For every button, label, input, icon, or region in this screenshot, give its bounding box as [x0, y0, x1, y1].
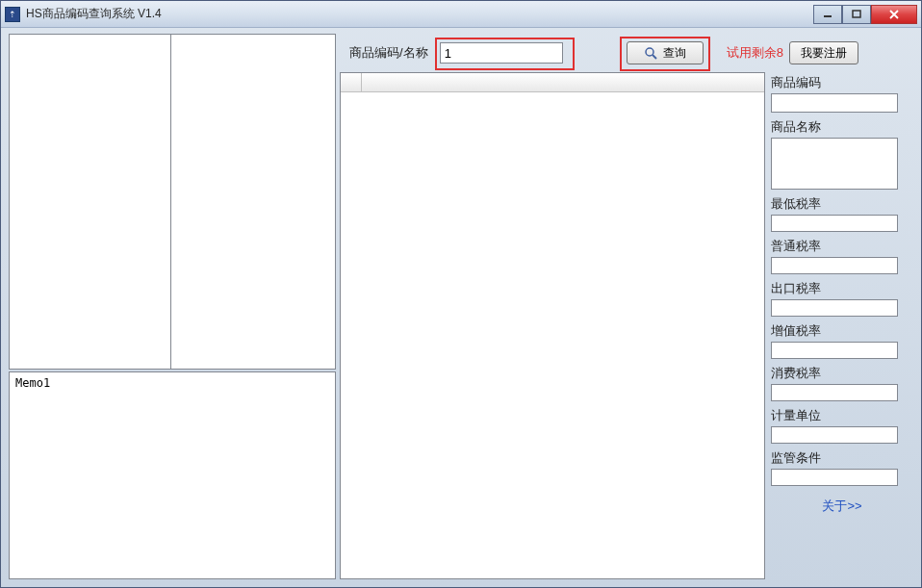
input-normal-tax[interactable] [771, 257, 898, 274]
app-window: ⇡ HS商品编码查询系统 V1.4 Memo1 商 [0, 0, 922, 588]
grid-header [341, 73, 764, 92]
grid-header-col1[interactable] [362, 73, 764, 91]
search-input-wrap [436, 38, 567, 67]
input-unit[interactable] [771, 426, 898, 444]
input-product-code[interactable] [771, 93, 898, 113]
query-button-wrap: 查询 [621, 38, 709, 68]
content-row: 商品编码 商品名称 最低税率 普通税率 [340, 72, 913, 579]
titlebar[interactable]: ⇡ HS商品编码查询系统 V1.4 [1, 1, 921, 28]
search-icon [644, 46, 657, 60]
input-vat[interactable] [771, 342, 898, 359]
query-button-label: 查询 [663, 45, 686, 62]
query-button[interactable]: 查询 [627, 41, 704, 64]
field-export-tax: 出口税率 [771, 280, 913, 317]
memo-text: Memo1 [15, 376, 50, 390]
minimize-button[interactable] [813, 5, 842, 24]
input-supervision[interactable] [771, 469, 898, 486]
search-input[interactable] [440, 42, 563, 64]
tree-panel-2[interactable] [170, 34, 336, 370]
detail-panel: 商品编码 商品名称 最低税率 普通税率 [771, 72, 913, 579]
grid-header-rowselector[interactable] [341, 73, 362, 91]
input-export-tax[interactable] [771, 299, 898, 317]
svg-rect-1 [853, 11, 860, 17]
trial-remaining-text: 试用剩余8 [727, 44, 783, 62]
search-row: 商品编码/名称 查询 试用剩余8 我要注册 [340, 34, 913, 72]
field-vat: 增值税率 [771, 322, 913, 359]
svg-rect-0 [824, 15, 832, 17]
field-unit: 计量单位 [771, 407, 913, 444]
svg-line-3 [653, 55, 656, 59]
tree-panel-1[interactable] [9, 34, 170, 370]
memo-panel[interactable]: Memo1 [9, 371, 336, 579]
results-grid[interactable] [340, 72, 765, 579]
input-consumption-tax[interactable] [771, 384, 898, 401]
input-min-tax[interactable] [771, 215, 898, 232]
field-min-tax: 最低税率 [771, 195, 913, 232]
field-supervision: 监管条件 [771, 449, 913, 486]
app-icon: ⇡ [5, 7, 20, 22]
maximize-button[interactable] [842, 5, 871, 24]
field-consumption-tax: 消费税率 [771, 365, 913, 401]
close-button[interactable] [871, 5, 917, 24]
window-controls [813, 5, 917, 24]
search-label: 商品编码/名称 [349, 44, 428, 62]
client-area: Memo1 商品编码/名称 查询 [1, 28, 921, 587]
left-column: Memo1 [9, 34, 336, 579]
field-product-name: 商品名称 [771, 118, 913, 190]
register-button[interactable]: 我要注册 [789, 41, 858, 64]
input-product-name[interactable] [771, 138, 898, 190]
field-normal-tax: 普通税率 [771, 238, 913, 274]
about-link[interactable]: 关于>> [771, 498, 913, 515]
field-product-code: 商品编码 [771, 74, 913, 113]
svg-point-2 [646, 48, 653, 56]
main-column: 商品编码/名称 查询 试用剩余8 我要注册 [340, 34, 913, 579]
window-title: HS商品编码查询系统 V1.4 [26, 6, 813, 22]
